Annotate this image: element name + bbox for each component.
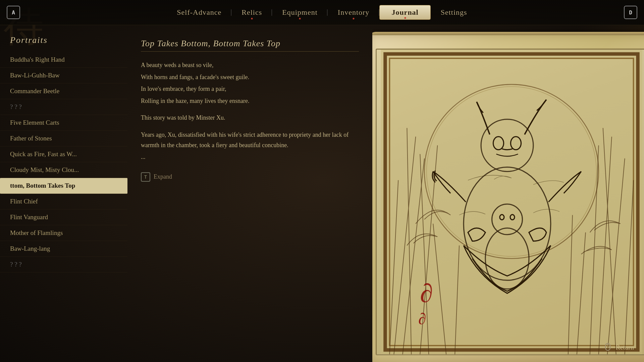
- list-item-father-of-stones[interactable]: Father of Stones: [0, 131, 127, 146]
- right-panel: ∂ ∂: [372, 25, 644, 362]
- center-panel: Top Takes Bottom, Bottom Takes Top A bea…: [127, 25, 372, 362]
- nav-item-equipment[interactable]: Equipment: [272, 5, 328, 20]
- story-title: Top Takes Bottom, Bottom Takes Top: [141, 39, 359, 52]
- nav-dot-inventory: [353, 18, 355, 19]
- list-item[interactable]: Cloudy Mist, Misty Clou...: [0, 162, 127, 178]
- list-item[interactable]: Buddha's Right Hand: [0, 52, 127, 68]
- nav-item-journal[interactable]: Journal: [379, 5, 430, 20]
- list-item[interactable]: Commander Beetle: [0, 83, 127, 99]
- story-told-by: This story was told by Minster Xu.: [141, 113, 359, 123]
- journal-list: Buddha's Right Hand Baw-Li-Guhh-Baw Comm…: [0, 52, 127, 273]
- expand-key: T: [141, 172, 150, 182]
- scroll-illustration: ∂ ∂: [376, 49, 644, 355]
- mouse-icon: [603, 343, 612, 352]
- nav-item-inventory[interactable]: Inventory: [328, 5, 380, 20]
- section-title: Portraits: [0, 32, 127, 52]
- scroll-container: ∂ ∂: [372, 32, 644, 362]
- list-item[interactable]: Flint Chief: [0, 194, 127, 209]
- nav-item-settings[interactable]: Settings: [431, 5, 477, 20]
- main-content: Portraits Buddha's Right Hand Baw-Li-Guh…: [0, 25, 644, 362]
- red-seal: ∂: [417, 311, 434, 327]
- story-poem: A beauty weds a beast so vile, With horn…: [141, 60, 359, 106]
- nav-dot-equipment: [299, 18, 301, 19]
- right-controller-button[interactable]: D: [624, 6, 637, 19]
- svg-text:∂: ∂: [418, 311, 426, 327]
- expand-button[interactable]: T Expand: [141, 172, 359, 182]
- list-item[interactable]: Quick as Fire, Fast as W...: [0, 146, 127, 162]
- nav-items-container: Self-Advance Relics Equipment Inventory …: [20, 5, 624, 20]
- list-item[interactable]: Five Element Carts: [0, 115, 127, 131]
- return-label: Return: [616, 344, 634, 351]
- list-item[interactable]: Baw-Li-Guhh-Baw: [0, 68, 127, 83]
- list-item[interactable]: Flint Vanguard: [0, 209, 127, 225]
- scroll-artwork-svg: ∂: [377, 50, 644, 354]
- story-body: Years ago, Xu, dissatisfied with his wif…: [141, 130, 359, 162]
- left-controller-button[interactable]: A: [7, 6, 20, 19]
- return-button[interactable]: Return: [603, 343, 634, 352]
- list-item-active[interactable]: ttom, Bottom Takes Top: [0, 178, 127, 194]
- expand-label: Expand: [154, 173, 172, 180]
- list-item[interactable]: Baw-Lang-lang: [0, 241, 127, 257]
- svg-text:∂: ∂: [420, 279, 433, 308]
- left-panel: Portraits Buddha's Right Hand Baw-Li-Guh…: [0, 25, 127, 362]
- nav-item-relics[interactable]: Relics: [231, 5, 272, 20]
- navigation-bar: A Self-Advance Relics Equipment Inventor…: [0, 0, 644, 25]
- nav-item-self-advance[interactable]: Self-Advance: [167, 5, 231, 20]
- list-item-unknown[interactable]: ? ? ?: [0, 257, 127, 273]
- list-item-unknown[interactable]: ? ? ?: [0, 99, 127, 115]
- nav-dot-journal: [404, 17, 406, 19]
- nav-dot-relics: [251, 18, 253, 19]
- svg-rect-0: [381, 50, 642, 354]
- list-item[interactable]: Mother of Flamlings: [0, 225, 127, 241]
